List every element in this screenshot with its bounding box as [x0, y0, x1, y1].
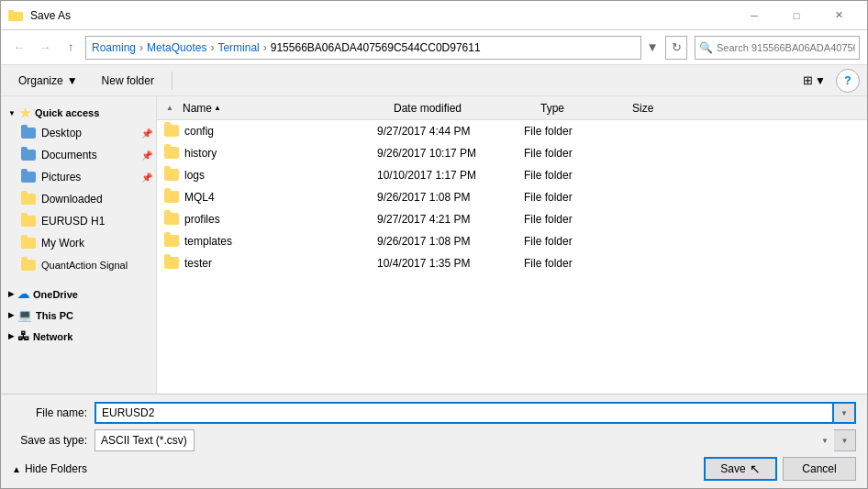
sidebar: ▼ ★ Quick access Desktop 📌 Documents 📌 P…: [1, 96, 157, 394]
forward-button[interactable]: →: [34, 37, 56, 59]
hide-folders-label: Hide Folders: [25, 462, 87, 475]
documents-pin-icon: 📌: [141, 150, 152, 161]
file-row-tester[interactable]: tester 10/4/2017 1:35 PM File folder: [157, 252, 867, 274]
eurusd-folder-icon: [21, 216, 36, 227]
column-header-size[interactable]: Size: [629, 102, 702, 115]
breadcrumb-terminal[interactable]: Terminal: [217, 41, 259, 54]
col-name-label: Name: [183, 102, 212, 115]
documents-folder-icon: [21, 150, 36, 161]
breadcrumb-dropdown-button[interactable]: ▼: [645, 36, 660, 60]
breadcrumb-roaming[interactable]: Roaming: [92, 41, 136, 54]
savetype-dropdown-arrow[interactable]: ▼: [834, 429, 856, 451]
view-button[interactable]: ⊞ ▼: [796, 69, 832, 93]
file-row-mql4[interactable]: MQL4 9/26/2017 1:08 PM File folder: [157, 186, 867, 208]
column-header-date[interactable]: Date modified: [390, 102, 537, 115]
savetype-label: Save as type:: [12, 434, 95, 447]
sidebar-item-pictures[interactable]: Pictures 📌: [1, 166, 156, 188]
chevron-right-onedrive-icon: ▶: [8, 290, 14, 298]
organize-button[interactable]: Organize ▼: [8, 69, 88, 93]
file-name-templates: templates: [184, 235, 377, 248]
save-label: Save: [720, 462, 745, 475]
file-type-history: File folder: [524, 147, 616, 160]
file-row-profiles[interactable]: profiles 9/27/2017 4:21 PM File folder: [157, 208, 867, 230]
sidebar-desktop-label: Desktop: [41, 127, 82, 139]
file-date-profiles: 9/27/2017 4:21 PM: [377, 213, 524, 226]
breadcrumb-metaquotes[interactable]: MetaQuotes: [147, 41, 206, 54]
breadcrumb-sep-2: ›: [208, 41, 216, 54]
window-title: Save As: [30, 9, 71, 22]
col-type-label: Type: [540, 102, 564, 115]
toolbar: Organize ▼ New folder ⊞ ▼ ?: [1, 65, 867, 96]
sidebar-section-this-pc: ▶ 💻 This PC: [1, 303, 156, 324]
sidebar-quantaction-label: QuantAction Signal: [41, 260, 128, 271]
main-content: ▼ ★ Quick access Desktop 📌 Documents 📌 P…: [1, 96, 867, 394]
breadcrumb-sep-1: ›: [138, 41, 145, 54]
cancel-label: Cancel: [802, 462, 836, 475]
file-name-config: config: [184, 125, 377, 138]
new-folder-label: New folder: [102, 74, 154, 87]
back-button[interactable]: ←: [8, 37, 30, 59]
col-date-label: Date modified: [394, 102, 462, 115]
pictures-pin-icon: 📌: [141, 172, 152, 183]
sidebar-item-downloaded[interactable]: Downloaded: [1, 188, 156, 210]
file-name-tester: tester: [184, 257, 377, 270]
cancel-button[interactable]: Cancel: [783, 457, 856, 481]
folder-icon-mql4: [164, 191, 179, 203]
organize-chevron-icon: ▼: [67, 74, 78, 87]
chevron-up-icon: ▲: [12, 464, 21, 474]
file-row-history[interactable]: history 9/26/2017 10:17 PM File folder: [157, 142, 867, 164]
network-label: Network: [33, 331, 72, 342]
sidebar-section-quick-access: ▼ ★ Quick access: [1, 100, 156, 122]
bottom-section: File name: ▼ Save as type: ASCII Text (*…: [1, 394, 867, 488]
file-row-logs[interactable]: logs 10/10/2017 1:17 PM File folder: [157, 164, 867, 186]
chevron-down-quick-access-icon: ▼: [8, 109, 16, 117]
sidebar-pictures-label: Pictures: [41, 171, 81, 183]
hide-folders-button[interactable]: ▲ Hide Folders: [12, 462, 87, 475]
column-header-name[interactable]: Name: [179, 102, 390, 115]
up-button[interactable]: ↑: [60, 37, 82, 59]
folder-icon-templates: [164, 235, 179, 247]
close-button[interactable]: ✕: [818, 1, 860, 30]
header-sort-indicator: ▲: [161, 96, 179, 120]
new-folder-button[interactable]: New folder: [92, 69, 164, 93]
filename-dropdown-arrow[interactable]: ▼: [834, 402, 856, 424]
view-grid-icon: ⊞: [803, 73, 813, 87]
file-date-logs: 10/10/2017 1:17 PM: [377, 169, 524, 182]
onedrive-label: OneDrive: [33, 289, 78, 300]
file-row-config[interactable]: config 9/27/2017 4:44 PM File folder: [157, 120, 867, 142]
sidebar-item-desktop[interactable]: Desktop 📌: [1, 122, 156, 144]
file-date-config: 9/27/2017 4:44 PM: [377, 125, 524, 138]
sidebar-item-eurusd-h1[interactable]: EURUSD H1: [1, 210, 156, 232]
title-buttons: ─ □ ✕: [733, 1, 860, 30]
sidebar-section-network: ▶ 🖧 Network: [1, 324, 156, 345]
refresh-button[interactable]: ↻: [665, 36, 687, 60]
breadcrumb-sep-3: ›: [262, 41, 269, 54]
sidebar-item-my-work[interactable]: My Work: [1, 232, 156, 254]
minimize-button[interactable]: ─: [733, 1, 775, 30]
sidebar-item-documents[interactable]: Documents 📌: [1, 144, 156, 166]
folder-icon-tester: [164, 257, 179, 269]
sidebar-downloaded-label: Downloaded: [41, 193, 103, 206]
maximize-button[interactable]: □: [775, 1, 818, 30]
save-button[interactable]: Save ↖: [704, 457, 777, 481]
help-button[interactable]: ?: [836, 69, 860, 93]
title-bar-left: Save As: [8, 8, 71, 23]
save-as-dialog: Save As ─ □ ✕ ← → ↑ Roaming › MetaQuotes…: [0, 0, 868, 489]
file-row-templates[interactable]: templates 9/26/2017 1:08 PM File folder: [157, 230, 867, 252]
sidebar-section-onedrive: ▶ ☁ OneDrive: [1, 282, 156, 303]
breadcrumb-current: 915566BA06ADA407569C544CC0D97611: [271, 41, 481, 54]
search-input[interactable]: [717, 42, 855, 53]
title-bar: Save As ─ □ ✕: [1, 1, 867, 30]
view-chevron-icon: ▼: [815, 74, 826, 87]
column-header-type[interactable]: Type: [537, 102, 629, 115]
quantaction-folder-icon: [21, 260, 36, 271]
filename-input[interactable]: [95, 402, 834, 424]
filename-row: File name: ▼: [12, 402, 856, 424]
savetype-select[interactable]: ASCII Text (*.csv): [95, 429, 195, 451]
savetype-row: Save as type: ASCII Text (*.csv) ▼: [12, 429, 856, 451]
file-type-config: File folder: [524, 125, 616, 138]
svg-rect-0: [8, 12, 23, 21]
sidebar-item-quantaction[interactable]: QuantAction Signal: [1, 254, 156, 276]
action-buttons: Save ↖ Cancel: [704, 457, 856, 481]
onedrive-cloud-icon: ☁: [17, 287, 29, 301]
